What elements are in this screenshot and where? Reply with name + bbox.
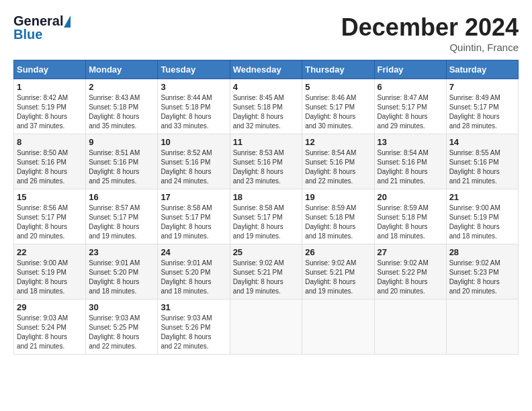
day-number: 2 — [89, 82, 154, 92]
day-number: 7 — [449, 82, 515, 92]
month-title: December 2024 — [341, 13, 519, 42]
table-row: 9Sunrise: 8:51 AM Sunset: 5:16 PM Daylig… — [86, 134, 158, 189]
day-number: 26 — [305, 247, 371, 257]
table-row: 2Sunrise: 8:43 AM Sunset: 5:18 PM Daylig… — [86, 79, 158, 134]
table-row: 18Sunrise: 8:58 AM Sunset: 5:17 PM Dayli… — [230, 189, 302, 244]
day-info: Sunrise: 9:02 AM Sunset: 5:21 PM Dayligh… — [305, 259, 356, 295]
table-row: 12Sunrise: 8:54 AM Sunset: 5:16 PM Dayli… — [302, 134, 374, 189]
day-number: 15 — [17, 192, 83, 202]
table-row: 10Sunrise: 8:52 AM Sunset: 5:16 PM Dayli… — [158, 134, 230, 189]
table-row: 24Sunrise: 9:01 AM Sunset: 5:20 PM Dayli… — [158, 244, 230, 300]
col-friday: Friday — [374, 60, 446, 79]
table-row: 1Sunrise: 8:42 AM Sunset: 5:19 PM Daylig… — [14, 79, 86, 134]
table-row: 14Sunrise: 8:55 AM Sunset: 5:16 PM Dayli… — [446, 134, 518, 189]
calendar-week-row: 1Sunrise: 8:42 AM Sunset: 5:19 PM Daylig… — [14, 79, 519, 134]
table-row: 21Sunrise: 9:00 AM Sunset: 5:19 PM Dayli… — [446, 189, 518, 244]
day-info: Sunrise: 8:56 AM Sunset: 5:17 PM Dayligh… — [17, 204, 68, 240]
day-number: 24 — [161, 247, 226, 257]
table-row: 16Sunrise: 8:57 AM Sunset: 5:17 PM Dayli… — [86, 189, 158, 244]
day-info: Sunrise: 9:02 AM Sunset: 5:21 PM Dayligh… — [233, 259, 284, 295]
table-row: 31Sunrise: 9:03 AM Sunset: 5:26 PM Dayli… — [158, 300, 230, 355]
table-row: 23Sunrise: 9:01 AM Sunset: 5:20 PM Dayli… — [86, 244, 158, 300]
day-number: 9 — [89, 137, 154, 147]
table-row: 20Sunrise: 8:59 AM Sunset: 5:18 PM Dayli… — [374, 189, 446, 244]
day-number: 4 — [233, 82, 300, 92]
table-row: 30Sunrise: 9:03 AM Sunset: 5:25 PM Dayli… — [86, 300, 158, 355]
title-area: December 2024 Quintin, France — [341, 13, 519, 53]
table-row: 28Sunrise: 9:02 AM Sunset: 5:23 PM Dayli… — [446, 244, 518, 300]
day-number: 6 — [378, 82, 443, 92]
day-info: Sunrise: 9:00 AM Sunset: 5:19 PM Dayligh… — [17, 259, 68, 295]
calendar-week-row: 29Sunrise: 9:03 AM Sunset: 5:24 PM Dayli… — [14, 300, 519, 355]
table-row: 25Sunrise: 9:02 AM Sunset: 5:21 PM Dayli… — [230, 244, 302, 300]
table-row — [302, 300, 374, 355]
calendar-header-row: Sunday Monday Tuesday Wednesday Thursday… — [14, 60, 519, 79]
table-row: 6Sunrise: 8:47 AM Sunset: 5:17 PM Daylig… — [374, 79, 446, 134]
day-number: 31 — [161, 302, 226, 312]
day-info: Sunrise: 8:47 AM Sunset: 5:17 PM Dayligh… — [378, 94, 429, 130]
day-info: Sunrise: 8:43 AM Sunset: 5:18 PM Dayligh… — [89, 94, 140, 130]
table-row: 26Sunrise: 9:02 AM Sunset: 5:21 PM Dayli… — [302, 244, 374, 300]
table-row: 27Sunrise: 9:02 AM Sunset: 5:22 PM Dayli… — [374, 244, 446, 300]
day-info: Sunrise: 9:02 AM Sunset: 5:23 PM Dayligh… — [449, 259, 500, 295]
table-row: 17Sunrise: 8:58 AM Sunset: 5:17 PM Dayli… — [158, 189, 230, 244]
table-row — [374, 300, 446, 355]
calendar-week-row: 15Sunrise: 8:56 AM Sunset: 5:17 PM Dayli… — [14, 189, 519, 244]
day-number: 19 — [305, 192, 371, 202]
table-row — [230, 300, 302, 355]
day-info: Sunrise: 9:02 AM Sunset: 5:22 PM Dayligh… — [378, 259, 429, 295]
day-info: Sunrise: 8:51 AM Sunset: 5:16 PM Dayligh… — [89, 149, 140, 185]
table-row: 11Sunrise: 8:53 AM Sunset: 5:16 PM Dayli… — [230, 134, 302, 189]
day-info: Sunrise: 8:42 AM Sunset: 5:19 PM Dayligh… — [17, 94, 68, 130]
day-number: 27 — [378, 247, 443, 257]
col-monday: Monday — [86, 60, 158, 79]
day-info: Sunrise: 8:49 AM Sunset: 5:17 PM Dayligh… — [449, 94, 500, 130]
logo-blue: Blue — [13, 27, 42, 42]
table-row: 3Sunrise: 8:44 AM Sunset: 5:18 PM Daylig… — [158, 79, 230, 134]
day-number: 29 — [17, 302, 83, 312]
table-row: 22Sunrise: 9:00 AM Sunset: 5:19 PM Dayli… — [14, 244, 86, 300]
day-number: 16 — [89, 192, 154, 202]
day-number: 23 — [89, 247, 154, 257]
day-info: Sunrise: 8:55 AM Sunset: 5:16 PM Dayligh… — [449, 149, 500, 185]
day-number: 28 — [449, 247, 515, 257]
day-number: 8 — [17, 137, 83, 147]
day-info: Sunrise: 8:54 AM Sunset: 5:16 PM Dayligh… — [378, 149, 429, 185]
day-info: Sunrise: 8:59 AM Sunset: 5:18 PM Dayligh… — [378, 204, 429, 240]
col-sunday: Sunday — [14, 60, 86, 79]
logo: General Blue — [13, 13, 71, 42]
day-number: 3 — [161, 82, 226, 92]
day-number: 14 — [449, 137, 515, 147]
day-number: 1 — [17, 82, 83, 92]
day-info: Sunrise: 9:03 AM Sunset: 5:24 PM Dayligh… — [17, 314, 68, 350]
calendar-week-row: 22Sunrise: 9:00 AM Sunset: 5:19 PM Dayli… — [14, 244, 519, 300]
day-number: 22 — [17, 247, 83, 257]
table-row — [446, 300, 518, 355]
day-info: Sunrise: 8:45 AM Sunset: 5:18 PM Dayligh… — [233, 94, 284, 130]
col-thursday: Thursday — [302, 60, 374, 79]
col-tuesday: Tuesday — [158, 60, 230, 79]
day-info: Sunrise: 9:03 AM Sunset: 5:26 PM Dayligh… — [161, 314, 212, 350]
day-number: 20 — [378, 192, 443, 202]
day-info: Sunrise: 9:00 AM Sunset: 5:19 PM Dayligh… — [449, 204, 500, 240]
page-header: General Blue December 2024 Quintin, Fran… — [13, 13, 519, 53]
day-number: 17 — [161, 192, 226, 202]
day-info: Sunrise: 9:03 AM Sunset: 5:25 PM Dayligh… — [89, 314, 140, 350]
table-row: 8Sunrise: 8:50 AM Sunset: 5:16 PM Daylig… — [14, 134, 86, 189]
table-row: 13Sunrise: 8:54 AM Sunset: 5:16 PM Dayli… — [374, 134, 446, 189]
day-info: Sunrise: 8:46 AM Sunset: 5:17 PM Dayligh… — [305, 94, 356, 130]
day-info: Sunrise: 8:59 AM Sunset: 5:18 PM Dayligh… — [305, 204, 356, 240]
day-number: 21 — [449, 192, 515, 202]
day-info: Sunrise: 8:58 AM Sunset: 5:17 PM Dayligh… — [161, 204, 212, 240]
day-info: Sunrise: 8:50 AM Sunset: 5:16 PM Dayligh… — [17, 149, 68, 185]
day-number: 10 — [161, 137, 226, 147]
table-row: 4Sunrise: 8:45 AM Sunset: 5:18 PM Daylig… — [230, 79, 302, 134]
location: Quintin, France — [341, 42, 519, 53]
day-info: Sunrise: 8:57 AM Sunset: 5:17 PM Dayligh… — [89, 204, 140, 240]
day-number: 13 — [378, 137, 443, 147]
day-info: Sunrise: 9:01 AM Sunset: 5:20 PM Dayligh… — [89, 259, 140, 295]
col-saturday: Saturday — [446, 60, 518, 79]
day-info: Sunrise: 9:01 AM Sunset: 5:20 PM Dayligh… — [161, 259, 212, 295]
day-info: Sunrise: 8:53 AM Sunset: 5:16 PM Dayligh… — [233, 149, 284, 185]
table-row: 19Sunrise: 8:59 AM Sunset: 5:18 PM Dayli… — [302, 189, 374, 244]
